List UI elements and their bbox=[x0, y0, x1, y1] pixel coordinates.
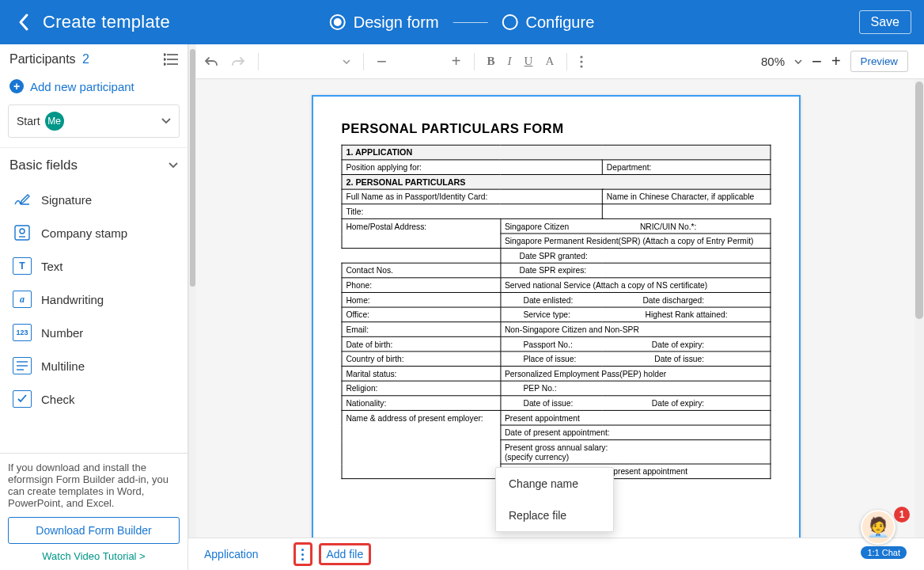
form-cell: Present gross annual salary: (specify cu… bbox=[501, 440, 771, 464]
form-cell: Served national Service (Attach a copy o… bbox=[501, 278, 771, 293]
step-connector-line bbox=[453, 22, 488, 23]
step-design-form[interactable]: Design form bbox=[330, 13, 439, 32]
form-cell: Name in Chinese Character, if applicable bbox=[602, 189, 771, 204]
form-cell: Date of present appointment: bbox=[501, 425, 771, 440]
chat-badge: 1 bbox=[894, 507, 910, 522]
redo-button[interactable] bbox=[231, 55, 245, 68]
signature-icon bbox=[13, 191, 32, 208]
add-participant-button[interactable]: + Add new participant bbox=[0, 74, 187, 98]
file-tab-bar: Application Add file bbox=[188, 538, 924, 570]
form-cell: Home/Postal Address: bbox=[342, 218, 501, 248]
sidebar: Participants 2 + Add new participant Sta… bbox=[0, 44, 188, 570]
multiline-icon bbox=[13, 357, 32, 374]
chevron-down-icon bbox=[161, 118, 171, 124]
page-title: Create template bbox=[43, 12, 170, 32]
undo-button[interactable] bbox=[204, 55, 218, 68]
radio-unchecked-icon bbox=[502, 14, 518, 30]
svg-point-5 bbox=[164, 63, 165, 65]
field-text[interactable]: T Text bbox=[0, 249, 187, 283]
svg-point-11 bbox=[581, 55, 583, 58]
font-color-button[interactable]: A bbox=[545, 55, 554, 68]
form-cell: Title: bbox=[342, 204, 602, 219]
form-text: Passport No.: bbox=[523, 340, 572, 349]
more-button[interactable] bbox=[580, 55, 583, 68]
menu-replace-file[interactable]: Replace file bbox=[496, 500, 613, 531]
field-label: Multiline bbox=[41, 359, 85, 373]
chat-label: 1:1 Chat bbox=[861, 546, 907, 559]
svg-point-12 bbox=[581, 60, 583, 63]
form-builder-hint: If you download and install the eformsig… bbox=[8, 462, 180, 509]
zoom-dropdown-icon[interactable] bbox=[794, 59, 802, 64]
download-form-builder-button[interactable]: Download Form Builder bbox=[8, 517, 180, 544]
form-text: Date of issue: bbox=[523, 398, 573, 408]
form-text: PEP No.: bbox=[523, 384, 556, 393]
field-label: Check bbox=[41, 393, 75, 406]
form-cell: Home: bbox=[342, 292, 501, 307]
basic-fields-section[interactable]: Basic fields bbox=[0, 147, 187, 183]
canvas-scrollbar[interactable] bbox=[915, 79, 924, 538]
chat-widget[interactable]: 1 🧑‍💼 1:1 Chat bbox=[861, 510, 907, 559]
svg-point-13 bbox=[581, 65, 583, 67]
file-tab-application[interactable]: Application bbox=[199, 545, 263, 564]
field-signature[interactable]: Signature bbox=[0, 183, 187, 216]
field-check[interactable]: Check bbox=[0, 382, 187, 416]
chevron-down-icon bbox=[169, 162, 178, 169]
watch-tutorial-link[interactable]: Watch Video Tutorial > bbox=[8, 550, 180, 562]
form-table: 1. APPLICATION Position applying for: De… bbox=[342, 145, 771, 479]
form-cell: Present appointment bbox=[501, 410, 771, 425]
section-header: 1. APPLICATION bbox=[342, 145, 771, 160]
preview-button[interactable]: Preview bbox=[850, 51, 908, 72]
form-text: Date of expiry: bbox=[652, 340, 704, 349]
font-family-select[interactable] bbox=[271, 59, 350, 64]
form-cell: Department: bbox=[602, 160, 771, 175]
form-text: Date enlisted: bbox=[523, 295, 573, 305]
zoom-in-button[interactable]: + bbox=[831, 52, 841, 70]
field-label: Text bbox=[41, 260, 63, 273]
start-label: Start bbox=[17, 115, 40, 127]
field-handwriting[interactable]: a Handwriting bbox=[0, 283, 187, 316]
form-cell: Full Name as in Passport/Identity Card: bbox=[342, 189, 602, 204]
file-options-button[interactable] bbox=[295, 544, 311, 564]
field-number[interactable]: 123 Number bbox=[0, 316, 187, 349]
italic-button[interactable]: I bbox=[508, 55, 512, 68]
zoom-out-button[interactable]: − bbox=[812, 51, 822, 72]
sidebar-scrollbar[interactable] bbox=[188, 44, 196, 538]
back-icon[interactable] bbox=[13, 11, 35, 33]
form-cell: Position applying for: bbox=[342, 160, 602, 175]
basic-fields-label: Basic fields bbox=[9, 158, 78, 173]
field-label: Handwriting bbox=[41, 293, 104, 306]
step-label: Configure bbox=[526, 13, 595, 32]
participant-start-select[interactable]: Start Me bbox=[8, 104, 180, 138]
step-configure[interactable]: Configure bbox=[502, 13, 595, 32]
field-multiline[interactable]: Multiline bbox=[0, 349, 187, 382]
radio-checked-icon bbox=[330, 14, 346, 30]
add-file-button[interactable]: Add file bbox=[320, 545, 370, 564]
editor-toolbar: − + B I U A 80% − + Preview bbox=[188, 44, 924, 79]
participants-label: Participants bbox=[9, 52, 76, 66]
form-cell: Country of birth: bbox=[342, 352, 501, 367]
fontsize-decrease-button[interactable]: − bbox=[377, 51, 387, 72]
form-cell: Non-Singapore Citizen and Non-SPR bbox=[501, 322, 771, 337]
form-text: Place of issue: bbox=[523, 354, 576, 363]
svg-point-4 bbox=[164, 59, 165, 60]
avatar: Me bbox=[45, 112, 64, 131]
form-cell: Email: bbox=[342, 322, 501, 337]
bold-button[interactable]: B bbox=[487, 55, 495, 68]
form-text: NRIC/UIN No.*: bbox=[640, 222, 696, 231]
check-icon bbox=[13, 390, 32, 408]
reorder-icon[interactable] bbox=[164, 53, 178, 66]
fontsize-increase-button[interactable]: + bbox=[452, 52, 461, 70]
stamp-icon bbox=[13, 224, 32, 241]
zoom-value[interactable]: 80% bbox=[761, 55, 785, 68]
field-company-stamp[interactable]: Company stamp bbox=[0, 216, 187, 249]
form-cell: Singapore Permanent Resident(SPR) (Attac… bbox=[501, 234, 771, 249]
underline-button[interactable]: U bbox=[524, 55, 533, 68]
form-cell: Name & address of present employer: bbox=[342, 410, 501, 478]
participants-count: 2 bbox=[82, 52, 89, 66]
save-button[interactable]: Save bbox=[859, 10, 911, 34]
chat-avatar-icon: 🧑‍💼 bbox=[861, 510, 896, 545]
step-label: Design form bbox=[354, 13, 439, 32]
form-cell: Date of birth: bbox=[342, 336, 501, 352]
menu-change-name[interactable]: Change name bbox=[496, 468, 613, 500]
form-text: Singapore Citizen bbox=[505, 222, 569, 231]
